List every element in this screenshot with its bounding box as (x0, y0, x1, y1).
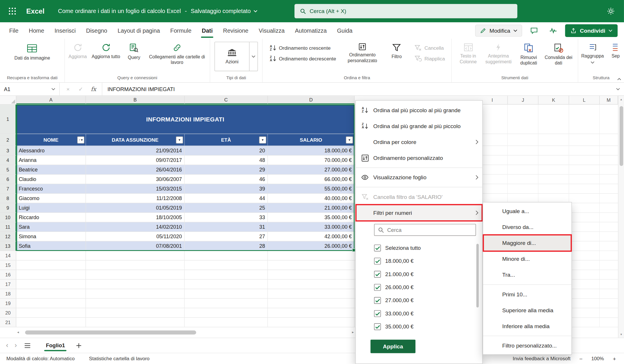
cell-b6[interactable]: 30/06/2007 (86, 175, 185, 184)
filter-button-salario[interactable]: ▾ (346, 136, 353, 143)
vertical-scrollbar-thumb[interactable] (620, 106, 623, 166)
filter-value-27-000-00[interactable]: 27.000,00 € (356, 294, 482, 307)
cell-a3[interactable]: Alessandro (16, 146, 86, 156)
tab-automatizza[interactable]: Automatizza (290, 22, 332, 38)
filter-value-35-000-00[interactable]: 35.000,00 € (356, 320, 482, 333)
tab-dati[interactable]: Dati (197, 22, 218, 38)
submenu-item-inferiore-alla-media[interactable]: Inferiore alla media (483, 318, 571, 334)
column-header-a[interactable]: A (16, 96, 86, 104)
data-from-picture-button[interactable]: Dati da immagine (12, 39, 52, 62)
fill-handle[interactable] (352, 249, 355, 252)
row-header-20[interactable]: 20 (0, 308, 16, 318)
checkbox-checked-icon[interactable] (374, 271, 381, 278)
cell-c5[interactable]: 29 (185, 165, 268, 175)
row-header-2[interactable]: 2 (0, 134, 16, 146)
comments-button[interactable] (527, 25, 542, 36)
cell-b14[interactable] (86, 251, 185, 260)
cell-a18[interactable] (16, 289, 86, 299)
select-all-corner[interactable] (0, 96, 16, 104)
filter-button-nome[interactable]: ↑▾ (77, 136, 84, 143)
cell-c16[interactable] (185, 270, 268, 280)
checkbox-checked-icon[interactable] (374, 323, 381, 330)
cell-b9[interactable]: 01/05/2019 (86, 203, 185, 213)
menu-search-box[interactable] (374, 224, 476, 236)
cell-c3[interactable]: 20 (185, 146, 268, 156)
row-header-14[interactable]: 14 (0, 251, 16, 260)
sort-descending-button[interactable]: ZA Ordinamento decrescente (267, 53, 339, 64)
cell-c6[interactable]: 46 (185, 175, 268, 184)
cell-a20[interactable] (16, 308, 86, 318)
row-header-4[interactable]: 4 (0, 156, 16, 165)
group-rows-button[interactable]: Raggruppa (581, 39, 604, 64)
tab-layout-di-pagina[interactable]: Layout di pagina (113, 22, 165, 38)
cell-c9[interactable]: 25 (185, 203, 268, 213)
cell-a9[interactable]: Luigi (16, 203, 86, 213)
app-launcher-icon[interactable] (5, 4, 19, 18)
row-header-18[interactable]: 18 (0, 289, 16, 299)
cell-c8[interactable]: 44 (185, 194, 268, 203)
tab-home[interactable]: Home (24, 22, 49, 38)
cell-a14[interactable] (16, 251, 86, 260)
row-header-15[interactable]: 15 (0, 260, 16, 270)
stocks-data-type[interactable]: Azioni (215, 42, 249, 71)
tab-formule[interactable]: Formule (165, 22, 197, 38)
menu-item-ordina-dal-più-grande-al-più-piccolo[interactable]: ZAOrdina dal più grande al più piccolo (356, 118, 482, 134)
cell-d15[interactable] (268, 260, 355, 270)
cell-d3[interactable]: 18.000,00 € (268, 146, 355, 156)
zoom-in-icon[interactable]: + (613, 355, 616, 362)
cell-b3[interactable]: 21/09/2014 (86, 146, 185, 156)
table-title-cell[interactable]: INFORMAZIONI IMPIEGATI (16, 105, 354, 134)
formula-content[interactable]: INFORMAZIONI IMPIEGATI (102, 86, 616, 92)
cell-a6[interactable]: Claudio (16, 175, 86, 184)
cell-c13[interactable]: 28 (185, 241, 268, 251)
cell-c20[interactable] (185, 308, 268, 318)
row-header-8[interactable]: 8 (0, 194, 16, 203)
tab-revisione[interactable]: Revisione (218, 22, 253, 38)
menu-item-visualizzazione-foglio[interactable]: Visualizzazione foglio (356, 169, 482, 185)
row-header-3[interactable]: 3 (0, 146, 16, 156)
cell-b18[interactable] (86, 289, 185, 299)
cell-a11[interactable]: Sara (16, 222, 86, 232)
cell-a13[interactable]: Sofia (16, 241, 86, 251)
header-cell-nome[interactable]: NOME↑▾ (16, 134, 86, 146)
cell-b7[interactable]: 15/03/2015 (86, 184, 185, 194)
cell-c4[interactable]: 48 (185, 156, 268, 165)
cell-d7[interactable]: 55.000,00 € (268, 184, 355, 194)
tab-guida[interactable]: Guida (332, 22, 358, 38)
search-input[interactable] (310, 8, 512, 14)
insert-function-icon[interactable]: fx (88, 86, 100, 92)
editing-mode-button[interactable]: Modifica (475, 25, 522, 36)
column-header-c[interactable]: C (185, 96, 268, 104)
save-status[interactable]: Salvataggio completato (191, 8, 257, 14)
submenu-item-uguale-a[interactable]: Uguale a... (483, 203, 571, 219)
ungroup-rows-button[interactable]: Sep (605, 39, 624, 60)
custom-sort-button[interactable]: Ordinamento personalizzato (343, 39, 382, 64)
cell-b4[interactable]: 09/07/2017 (86, 156, 185, 165)
filter-value-33-000-00[interactable]: 33.000,00 € (356, 307, 482, 320)
checkbox-checked-icon[interactable] (374, 284, 381, 291)
cell-b15[interactable] (86, 260, 185, 270)
filter-button-data-assunzione[interactable]: ▾ (176, 136, 183, 143)
filter-ribbon-button[interactable]: Filtro (385, 39, 408, 60)
cell-b13[interactable]: 07/08/2001 (86, 241, 185, 251)
tab-disegno[interactable]: Disegno (81, 22, 113, 38)
column-header-l[interactable]: L (569, 96, 600, 104)
cell-b21[interactable] (86, 318, 185, 327)
cell-a17[interactable] (16, 280, 86, 289)
zoom-out-icon[interactable]: − (579, 355, 582, 362)
sheet-nav-left-icon[interactable]: ‹ (5, 341, 10, 350)
cell-b10[interactable]: 18/10/2005 (86, 213, 185, 222)
tab-file[interactable]: File (4, 22, 24, 38)
cell-c21[interactable] (185, 318, 268, 327)
cell-d6[interactable]: 66.000,00 € (268, 175, 355, 184)
cell-c10[interactable]: 33 (185, 213, 268, 222)
header-cell-salario[interactable]: SALARIO▾ (268, 134, 355, 146)
add-sheet-icon[interactable] (76, 343, 82, 348)
row-header-5[interactable]: 5 (0, 165, 16, 175)
checkbox-checked-icon[interactable] (374, 245, 381, 251)
sheet-nav-right-icon[interactable]: › (13, 341, 18, 350)
cell-a19[interactable] (16, 299, 86, 308)
menu-search-input[interactable] (387, 227, 472, 233)
row-header-1[interactable]: 1 (0, 105, 16, 134)
cell-d19[interactable] (268, 299, 355, 308)
